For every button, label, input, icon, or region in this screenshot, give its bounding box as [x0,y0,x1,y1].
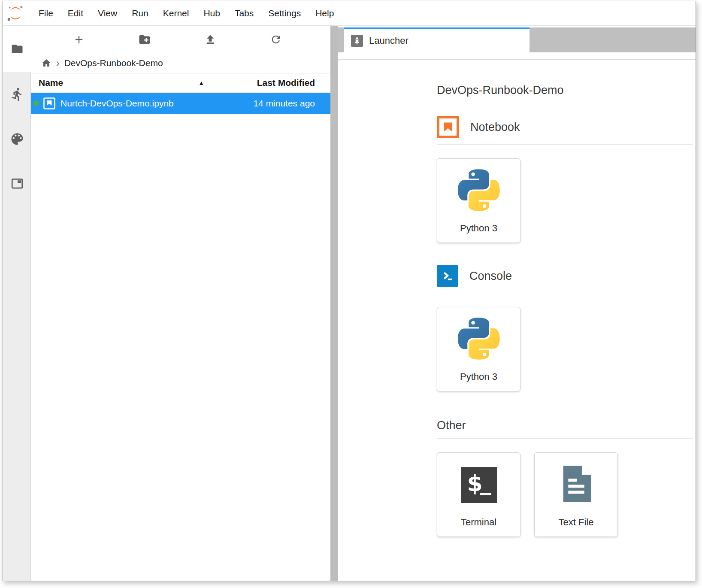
card-label-text-file: Text File [559,517,594,528]
breadcrumb-current-folder[interactable]: DevOps-Runbook-Demo [64,58,163,68]
new-folder-button[interactable] [112,33,177,46]
column-header-name[interactable]: Name ▲ [31,73,219,92]
launcher-cwd-title: DevOps-Runbook-Demo [437,84,693,97]
tab-launcher[interactable]: Launcher [344,27,530,52]
sidebar-tab-files[interactable] [3,26,31,72]
menu-help[interactable]: Help [308,1,341,25]
python-icon [458,318,500,360]
launcher-body: DevOps-Runbook-Demo Notebook [338,60,696,581]
file-list-empty-area[interactable] [31,114,330,581]
menu-hub[interactable]: Hub [196,1,227,25]
kernel-running-dot [33,100,39,106]
file-row-selected[interactable]: Nurtch-DevOps-Demo.ipynb 14 minutes ago [31,93,330,114]
tab-launcher-label: Launcher [369,35,408,46]
breadcrumb-separator: › [56,58,60,69]
card-label-python3: Python 3 [460,371,497,382]
launcher-rocket-icon [351,35,363,47]
text-file-icon [561,466,591,502]
sidebar-tab-running[interactable] [3,72,31,117]
menu-run[interactable]: Run [124,1,156,25]
file-list-header: Name ▲ Last Modified [31,73,330,93]
file-browser-toolbar [31,26,330,53]
launcher-card-notebook-python3[interactable]: Python 3 [437,158,520,243]
folder-icon [9,42,25,55]
sidebar-tab-commands[interactable] [3,117,31,161]
jupyter-logo-icon [6,4,24,22]
column-header-last-modified[interactable]: Last Modified [219,73,330,92]
menu-view[interactable]: View [91,1,124,25]
screenshot-stage: File Edit View Run Kernel Hub Tabs Setti… [0,0,702,588]
name-header-label: Name [39,78,63,88]
terminal-icon: $ [461,467,497,503]
refresh-icon [270,33,282,45]
menu-settings[interactable]: Settings [261,1,308,25]
new-launcher-plus-icon [73,33,85,45]
section-label-notebook: Notebook [470,121,520,134]
notebook-icon [437,116,459,138]
running-man-icon [10,87,24,102]
section-divider [437,438,693,439]
panel-splitter-handle[interactable] [330,26,338,581]
last-modified-header-label: Last Modified [257,78,315,88]
section-label-console: Console [469,270,512,283]
tabs-panel-icon [9,177,25,190]
launcher-card-console-python3[interactable]: Python 3 [437,307,520,391]
dock-tab-bar: Launcher [338,27,696,52]
upload-icon [204,33,216,45]
palette-icon [9,131,25,147]
main-area: › DevOps-Runbook-Demo Name ▲ Last Modifi… [3,26,696,581]
new-launcher-button[interactable] [46,33,112,45]
sort-ascending-icon: ▲ [198,79,204,86]
dock-panel: Launcher DevOps-Runbook-Demo Notebook [338,26,696,581]
card-label-terminal: Terminal [461,517,496,528]
section-divider [437,293,693,293]
launcher-card-text-file[interactable]: Text File [534,452,618,537]
new-folder-icon [138,33,151,46]
menu-file[interactable]: File [31,1,61,25]
python-icon [458,169,500,211]
home-icon[interactable] [41,58,51,68]
upload-button[interactable] [177,33,243,45]
breadcrumb: › DevOps-Runbook-Demo [31,53,330,73]
jupyterlab-window: File Edit View Run Kernel Hub Tabs Setti… [3,1,696,581]
launcher-card-terminal[interactable]: $ Terminal [437,452,520,537]
section-header-notebook: Notebook [437,116,693,138]
activity-bar [3,26,31,581]
card-label-python3: Python 3 [460,223,497,234]
menu-kernel[interactable]: Kernel [156,1,197,25]
sidebar-tab-open-tabs[interactable] [3,161,31,206]
section-label-other: Other [437,419,693,432]
notebook-file-icon [43,97,56,110]
console-icon [437,265,458,287]
file-name: Nurtch-DevOps-Demo.ipynb [61,98,174,109]
section-divider [437,144,693,145]
refresh-button[interactable] [243,33,309,45]
file-browser-panel: › DevOps-Runbook-Demo Name ▲ Last Modifi… [31,26,330,581]
menu-tabs[interactable]: Tabs [227,1,261,25]
activity-bar-border [30,72,31,581]
menu-bar: File Edit View Run Kernel Hub Tabs Setti… [3,1,696,26]
section-header-console: Console [437,265,693,287]
menu-edit[interactable]: Edit [61,1,91,25]
file-last-modified: 14 minutes ago [253,98,330,109]
tab-bar-underline [338,52,696,60]
